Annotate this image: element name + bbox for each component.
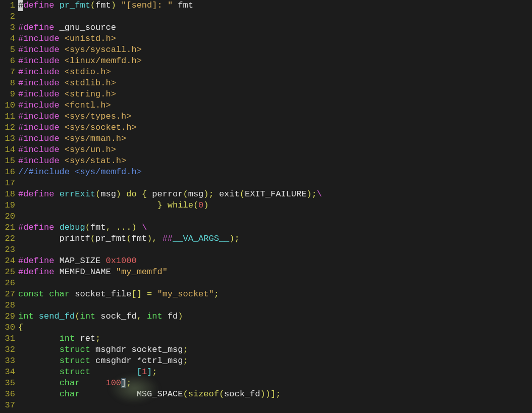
code-line[interactable]: #include <unistd.h> xyxy=(18,33,532,44)
code-token: ( xyxy=(183,389,188,399)
code-token: #include xyxy=(18,45,65,55)
code-token: ( xyxy=(183,189,188,199)
code-token: <sys/types.h> xyxy=(65,112,132,121)
code-token xyxy=(80,378,105,388)
code-line[interactable]: #include <linux/memfd.h> xyxy=(18,56,532,67)
code-token: #include xyxy=(18,56,65,66)
code-line[interactable]: char 100]; xyxy=(18,378,532,389)
code-token: #define xyxy=(18,256,60,266)
code-line[interactable]: { xyxy=(18,322,532,333)
code-line[interactable]: struct msghdr socket_msg; xyxy=(18,344,532,355)
code-token xyxy=(18,356,60,366)
line-number: 37 xyxy=(0,400,15,411)
code-token xyxy=(18,334,60,343)
code-line[interactable]: int send_fd(int sock_fd, int fd) xyxy=(18,311,532,322)
code-line[interactable]: #define MEMFD_NAME "my_memfd" xyxy=(18,267,532,278)
line-number: 11 xyxy=(0,111,15,122)
line-number: 27 xyxy=(0,289,15,300)
code-line[interactable]: printf(pr_fmt(fmt), ##__VA_ARGS__); xyxy=(18,233,532,244)
code-token: <sys/un.h> xyxy=(65,145,116,154)
code-token: [] = xyxy=(131,289,157,299)
code-line[interactable]: struct cmsghdr *ctrl_msg; xyxy=(18,355,532,367)
code-token: ( xyxy=(219,389,224,399)
code-line[interactable]: #define pr_fmt(fmt) "[send]: " fmt xyxy=(18,0,532,11)
code-token xyxy=(18,367,60,377)
code-line[interactable]: char MSG_SPACE(sizeof(sock_fd))]; xyxy=(18,389,532,400)
code-area[interactable]: #define pr_fmt(fmt) "[send]: " fmt #defi… xyxy=(18,0,532,413)
code-token: ; xyxy=(126,378,131,388)
code-token: fmt xyxy=(131,234,147,243)
code-token: fd xyxy=(168,312,178,321)
code-line[interactable]: #define _gnu_source xyxy=(18,22,532,33)
code-token: const xyxy=(18,289,49,299)
line-number: 25 xyxy=(0,267,15,278)
code-token: 0x1000 xyxy=(105,256,136,266)
code-line[interactable]: #include <sys/socket.h> xyxy=(18,122,532,133)
code-token: <stdlib.h> xyxy=(65,78,116,88)
code-line[interactable]: } while(0) xyxy=(18,200,532,211)
code-line[interactable]: //#include <sys/memfd.h> xyxy=(18,167,532,178)
line-number-gutter: 1234567891011121314151617181920212223242… xyxy=(0,0,18,413)
line-number: 34 xyxy=(0,367,15,378)
code-token: ( xyxy=(240,189,245,199)
code-line[interactable]: #define MAP_SIZE 0x1000 xyxy=(18,255,532,267)
code-line[interactable]: #include <stdlib.h> xyxy=(18,78,532,89)
code-token: ) xyxy=(178,312,183,321)
code-token: #include xyxy=(18,156,65,166)
code-token: , ...) xyxy=(105,223,141,232)
code-token xyxy=(18,345,60,354)
code-line[interactable]: struct [1]; xyxy=(18,367,532,378)
code-line[interactable]: #include <sys/types.h> xyxy=(18,111,532,122)
code-line[interactable]: #include <sys/stat.h> xyxy=(18,156,532,167)
code-token: * xyxy=(137,356,142,366)
code-token: perror xyxy=(152,189,183,199)
code-token: do xyxy=(126,189,136,199)
code-line[interactable] xyxy=(18,178,532,189)
code-token: #include xyxy=(18,34,65,43)
line-number: 35 xyxy=(0,378,15,389)
code-token: ## xyxy=(163,234,173,243)
code-line[interactable]: #include <sys/syscall.h> xyxy=(18,44,532,56)
code-token: [ xyxy=(137,367,142,377)
code-token: #include xyxy=(18,112,65,121)
code-token xyxy=(90,367,137,377)
code-token: __VA_ARGS__ xyxy=(173,234,229,243)
code-token: #define xyxy=(18,189,60,199)
code-line[interactable]: #define debug(fmt, ...) \ xyxy=(18,222,532,233)
code-token: <sys/socket.h> xyxy=(65,123,137,132)
code-line[interactable]: #include <sys/un.h> xyxy=(18,144,532,156)
code-token: char xyxy=(60,378,80,388)
code-line[interactable] xyxy=(18,211,532,222)
code-line[interactable] xyxy=(18,400,532,411)
code-line[interactable] xyxy=(18,244,532,255)
code-line[interactable]: const char socket_file[] = "my_socket"; xyxy=(18,289,532,300)
code-token: #include xyxy=(18,145,65,154)
code-token: MAP_SIZE xyxy=(60,256,106,266)
code-token: 100 xyxy=(105,378,121,388)
code-line[interactable]: #include <sys/mman.h> xyxy=(18,133,532,144)
code-token: define xyxy=(23,1,59,10)
code-token: MSG_SPACE xyxy=(137,389,183,399)
line-number: 14 xyxy=(0,144,15,156)
code-token: ))]; xyxy=(260,389,281,399)
line-number: 21 xyxy=(0,222,15,233)
code-token: "[send]: " xyxy=(121,1,173,10)
code-line[interactable]: int ret; xyxy=(18,333,532,344)
code-token: #include xyxy=(18,123,65,132)
code-line[interactable] xyxy=(18,278,532,289)
code-line[interactable]: #include <stdio.h> xyxy=(18,67,532,78)
code-line[interactable]: #include <fcntl.h> xyxy=(18,100,532,111)
code-token: <sys/stat.h> xyxy=(65,156,126,166)
code-token: //#include <sys/memfd.h> xyxy=(18,167,142,177)
line-number: 24 xyxy=(0,255,15,267)
code-token xyxy=(18,378,60,388)
code-line[interactable]: #include <string.h> xyxy=(18,89,532,100)
code-token: ; xyxy=(152,367,157,377)
code-line[interactable]: #define errExit(msg) do { perror(msg); e… xyxy=(18,189,532,200)
line-number: 17 xyxy=(0,178,15,189)
line-number: 29 xyxy=(0,311,15,322)
code-line[interactable] xyxy=(18,11,532,22)
code-line[interactable] xyxy=(18,300,532,311)
code-token: ), xyxy=(147,234,163,243)
code-editor[interactable]: 1234567891011121314151617181920212223242… xyxy=(0,0,532,413)
